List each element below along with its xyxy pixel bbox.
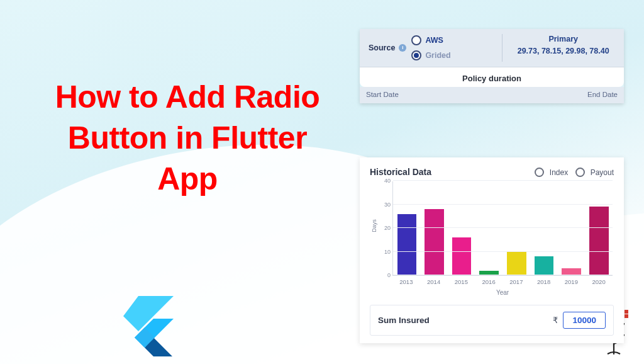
x-axis-label: Year (392, 289, 613, 296)
chart-option-payout[interactable]: Payout (575, 166, 614, 178)
bar-rect (589, 207, 609, 275)
x-tick: 2015 (450, 278, 473, 285)
x-tick: 2019 (560, 278, 583, 285)
radio-icon (411, 50, 421, 60)
source-option-aws[interactable]: AWS (411, 35, 450, 45)
sum-insured-label: Sum Insured (378, 316, 430, 325)
bar-rect (535, 256, 554, 275)
chart-title: Historical Data (370, 167, 431, 177)
y-tick: 10 (379, 249, 391, 255)
bar-rect (397, 214, 417, 276)
rupee-icon: ₹ (553, 316, 558, 325)
start-date-label[interactable]: Start Date (366, 91, 399, 98)
headline-text: How to Add Radio Button in Flutter App (36, 77, 338, 200)
sum-insured-value-group: ₹ 10000 (553, 312, 606, 329)
bar-2018[interactable] (533, 256, 555, 275)
x-tick: 2017 (505, 278, 528, 285)
source-column: Source i AWS Grided (360, 29, 502, 67)
policy-header: Policy duration (360, 67, 624, 87)
chart-radio-group: Index Payout (535, 166, 614, 178)
source-option-grided[interactable]: Grided (411, 50, 450, 60)
source-label: Source (369, 43, 395, 52)
radio-label: Grided (425, 51, 450, 60)
primary-coords: 29.73, 78.15, 29.98, 78.40 (518, 47, 609, 55)
bar-2017[interactable] (506, 252, 528, 276)
radio-label: Index (550, 168, 568, 177)
radio-icon (411, 35, 421, 45)
radio-label: Payout (591, 168, 614, 177)
y-tick: 30 (379, 202, 391, 208)
primary-title: Primary (506, 34, 620, 45)
chart-area: Days 010203040 2013201420152016201720182… (381, 181, 613, 296)
gridline (393, 251, 613, 252)
end-date-label[interactable]: End Date (587, 91, 618, 98)
bar-rect (507, 252, 526, 276)
chart-option-index[interactable]: Index (535, 166, 568, 178)
gridline (393, 275, 613, 275)
sum-insured-input[interactable]: 10000 (563, 312, 606, 329)
radio-icon (535, 168, 544, 177)
y-axis-label: Days (371, 219, 377, 232)
policy-title: Policy duration (462, 74, 521, 83)
bar-2020[interactable] (587, 207, 610, 275)
bar-2014[interactable] (423, 209, 446, 275)
bar-2015[interactable] (450, 237, 473, 275)
historical-data-card: Historical Data Index Payout Days 010203… (360, 157, 624, 343)
chart-bars (393, 181, 613, 275)
svg-rect-5 (625, 310, 628, 314)
flutter-logo (123, 296, 174, 356)
y-tick: 40 (379, 178, 391, 184)
x-tick: 2016 (477, 278, 500, 285)
chart-header: Historical Data Index Payout (370, 166, 614, 178)
info-icon[interactable]: i (399, 44, 406, 52)
source-primary-row: Source i AWS Grided Primary 29.73, 78.15… (360, 29, 624, 67)
x-tick: 2018 (533, 278, 555, 285)
source-radio-group: AWS Grided (411, 35, 450, 60)
radio-label: AWS (425, 36, 443, 45)
x-ticks: 20132014201520162017201820192020 (392, 276, 613, 285)
x-tick: 2020 (587, 278, 610, 285)
gridline (393, 180, 613, 181)
bar-rect (425, 209, 444, 275)
policy-dates-row: Start Date End Date (360, 87, 624, 103)
x-tick: 2014 (423, 278, 445, 285)
source-policy-card: Source i AWS Grided Primary 29.73, 78.15… (360, 29, 624, 103)
chart-plot: 010203040 (392, 181, 613, 276)
y-tick: 20 (379, 225, 391, 231)
bar-2013[interactable] (396, 214, 418, 276)
primary-column: Primary 29.73, 78.15, 29.98, 78.40 (502, 29, 624, 67)
radio-icon (575, 168, 585, 177)
sum-insured-row: Sum Insured ₹ 10000 (370, 305, 614, 336)
gridline (393, 227, 613, 228)
svg-rect-7 (625, 314, 628, 318)
bar-rect (452, 237, 472, 275)
gridline (393, 204, 613, 205)
y-tick: 0 (379, 272, 391, 278)
x-tick: 2013 (395, 278, 418, 285)
